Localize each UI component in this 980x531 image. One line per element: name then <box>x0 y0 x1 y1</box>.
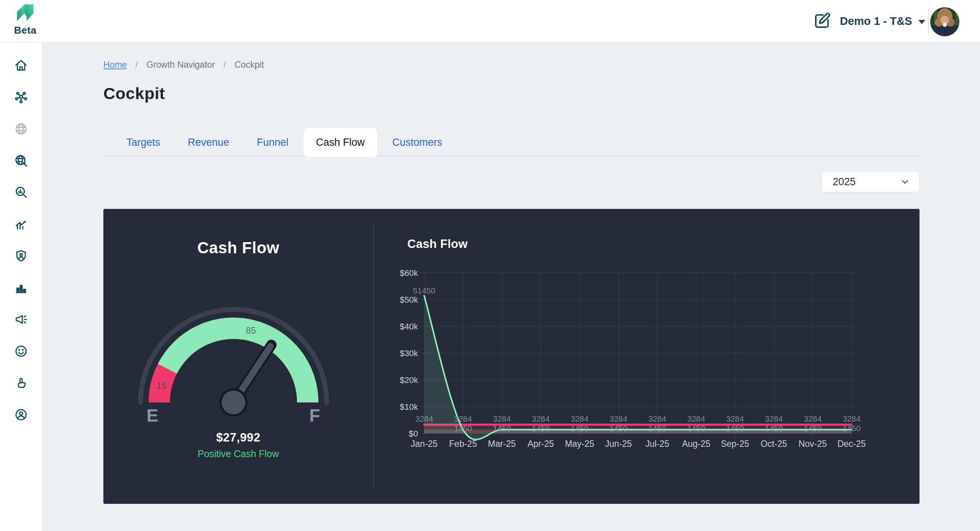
tab-cash-flow[interactable]: Cash Flow <box>304 128 377 157</box>
svg-text:1450: 1450 <box>454 424 472 433</box>
sidebar-item-reports[interactable] <box>14 280 28 295</box>
tab-funnel[interactable]: Funnel <box>245 128 301 156</box>
svg-text:Apr-25: Apr-25 <box>528 439 554 449</box>
breadcrumb-separator: / <box>224 60 226 70</box>
svg-text:$0: $0 <box>409 429 418 438</box>
gauge-chart: 1585EF <box>126 292 341 426</box>
svg-text:3284: 3284 <box>493 414 511 423</box>
svg-text:May-25: May-25 <box>565 439 595 449</box>
breadcrumb-item-growth-navigator: Growth Navigator <box>147 60 215 70</box>
svg-text:1450: 1450 <box>648 424 666 433</box>
bar-chart-icon <box>14 280 28 295</box>
sidebar-item-performance[interactable] <box>14 217 28 231</box>
svg-text:3284: 3284 <box>532 414 550 423</box>
sidebar-nav <box>0 42 43 531</box>
trend-chart-icon <box>14 217 28 231</box>
svg-text:E: E <box>147 406 158 425</box>
sidebar-item-globe-target[interactable] <box>14 153 28 168</box>
sidebar-item-engagement[interactable] <box>14 376 28 390</box>
cash-flow-card: Cash Flow 1585EF $27,992 Positive Cash F… <box>103 209 920 504</box>
svg-text:1450: 1450 <box>726 424 744 433</box>
gauge-title: Cash Flow <box>103 239 373 257</box>
svg-text:$30k: $30k <box>400 349 418 358</box>
sidebar-item-security[interactable] <box>14 249 28 263</box>
sidebar-item-globe[interactable] <box>14 122 28 136</box>
svg-text:Aug-25: Aug-25 <box>682 439 710 449</box>
tap-hand-icon <box>14 376 28 390</box>
network-hub-icon <box>14 90 28 104</box>
logo-text: Beta <box>10 24 41 36</box>
svg-text:1450: 1450 <box>609 424 627 433</box>
edit-icon <box>813 11 831 30</box>
svg-text:1450: 1450 <box>532 424 550 433</box>
logo-icon <box>13 2 37 23</box>
svg-text:$50k: $50k <box>400 295 418 305</box>
svg-text:Jan-25: Jan-25 <box>411 439 438 449</box>
line-chart: $0$10k$20k$30k$40k$50k$60kJan-25Feb-25Ma… <box>390 262 873 461</box>
cash-flow-line-chart: $0$10k$20k$30k$40k$50k$60kJan-25Feb-25Ma… <box>390 262 873 461</box>
chevron-down-icon <box>918 20 925 24</box>
svg-text:Sep-25: Sep-25 <box>721 439 749 449</box>
edit-workspace-button[interactable] <box>813 11 831 30</box>
breadcrumb: Home / Growth Navigator / Cockpit <box>103 60 264 70</box>
svg-text:3284: 3284 <box>648 414 666 423</box>
search-analytics-icon <box>14 185 28 200</box>
svg-text:85: 85 <box>246 325 256 336</box>
sidebar-item-home[interactable] <box>14 58 28 73</box>
cash-flow-gauge: 1585EF <box>126 292 341 426</box>
svg-text:$10k: $10k <box>400 402 418 412</box>
main-content: Home / Growth Navigator / Cockpit Cockpi… <box>103 42 920 531</box>
megaphone-icon <box>14 312 28 327</box>
sidebar-item-account[interactable] <box>14 407 28 422</box>
svg-text:3284: 3284 <box>687 414 705 423</box>
tab-bar: Targets Revenue Funnel Cash Flow Custome… <box>103 128 920 156</box>
tab-customers[interactable]: Customers <box>380 128 455 156</box>
svg-text:3284: 3284 <box>804 414 822 423</box>
tab-targets[interactable]: Targets <box>114 128 173 156</box>
topbar-divider <box>928 9 929 33</box>
breadcrumb-item-current: Cockpit <box>235 60 264 70</box>
svg-text:3284: 3284 <box>571 414 589 423</box>
svg-text:$20k: $20k <box>400 375 418 385</box>
svg-text:Nov-25: Nov-25 <box>799 439 827 449</box>
svg-text:1450: 1450 <box>843 424 861 433</box>
shield-user-icon <box>14 249 28 263</box>
svg-text:1450: 1450 <box>765 424 783 433</box>
sidebar-item-satisfaction[interactable] <box>14 344 28 358</box>
globe-arrow-icon <box>14 153 28 168</box>
page-title: Cockpit <box>103 84 165 103</box>
home-icon <box>14 58 28 73</box>
workspace-selector[interactable]: Demo 1 - T&S <box>840 0 925 42</box>
svg-text:3284: 3284 <box>609 414 627 423</box>
tab-revenue[interactable]: Revenue <box>176 128 242 156</box>
sidebar-item-search-analytics[interactable] <box>14 185 28 200</box>
year-select[interactable]: 2025 <box>822 171 920 192</box>
year-select-value: 2025 <box>833 176 900 188</box>
svg-text:3284: 3284 <box>454 414 472 423</box>
user-avatar[interactable] <box>930 7 959 36</box>
svg-text:Jun-25: Jun-25 <box>605 439 632 449</box>
svg-text:Oct-25: Oct-25 <box>761 439 787 449</box>
svg-text:3284: 3284 <box>765 414 783 423</box>
svg-text:1450: 1450 <box>687 424 705 433</box>
sidebar-item-network[interactable] <box>14 90 28 104</box>
breadcrumb-separator: / <box>136 60 138 70</box>
svg-text:3284: 3284 <box>415 414 433 423</box>
top-bar: Beta Demo 1 - T&S <box>0 0 980 43</box>
svg-text:3284: 3284 <box>843 414 861 423</box>
app-logo[interactable]: Beta <box>10 2 41 36</box>
sidebar-item-marketing[interactable] <box>14 312 28 327</box>
user-circle-icon <box>14 407 28 422</box>
svg-text:51450: 51450 <box>413 286 435 295</box>
globe-icon <box>14 122 28 136</box>
svg-text:Dec-25: Dec-25 <box>837 439 866 449</box>
svg-text:1450: 1450 <box>571 424 589 433</box>
svg-text:15: 15 <box>156 380 167 391</box>
svg-text:3284: 3284 <box>726 414 744 423</box>
svg-text:$40k: $40k <box>400 322 418 331</box>
svg-text:Feb-25: Feb-25 <box>449 439 477 449</box>
breadcrumb-home-link[interactable]: Home <box>103 60 127 70</box>
svg-text:1450: 1450 <box>493 424 511 433</box>
line-chart-title: Cash Flow <box>407 237 468 251</box>
card-divider <box>373 223 374 490</box>
